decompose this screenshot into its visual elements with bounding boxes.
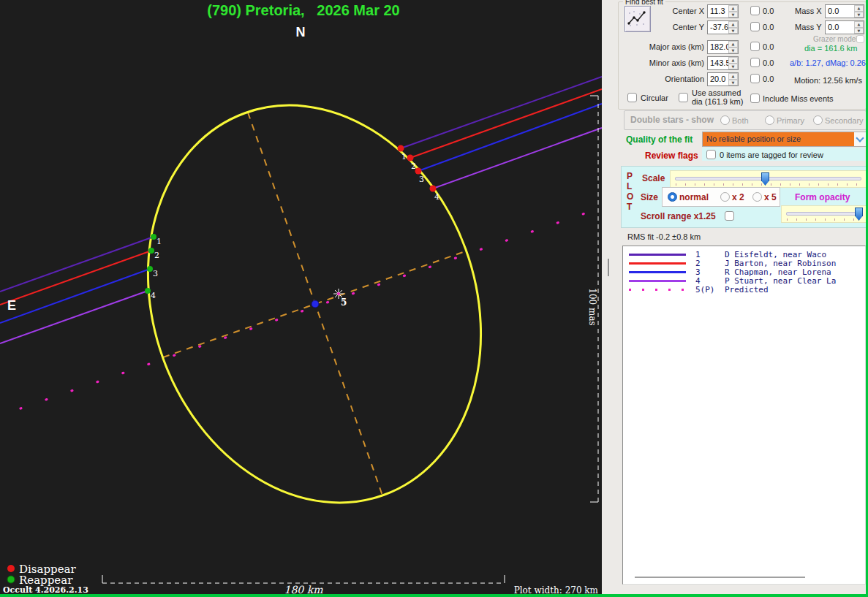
chord-2-right bbox=[410, 89, 602, 158]
plot-letter-p: P bbox=[627, 171, 633, 181]
center-x-input[interactable]: 11.3 ▲▼ bbox=[707, 4, 739, 18]
mass-x-input[interactable]: 0.0 ▲▼ bbox=[825, 4, 864, 18]
double-stars-secondary-radio[interactable] bbox=[813, 115, 823, 125]
minor-axis-lock-checkbox[interactable] bbox=[750, 58, 760, 67]
reappear-dot-4 bbox=[145, 288, 151, 294]
grazer-model-label: Grazer model bbox=[813, 35, 858, 43]
plot-letter-t: T bbox=[627, 202, 632, 212]
mass-x-label: Mass X bbox=[795, 7, 822, 15]
center-y-input[interactable]: -37.6 ▲▼ bbox=[707, 20, 739, 34]
review-flags-label: Review flags bbox=[645, 151, 698, 161]
station-list[interactable]: 1D Eisfeldt, near Waco2J Barton, near Ro… bbox=[622, 246, 866, 585]
station-line-swatch bbox=[629, 262, 686, 265]
circular-label: Circular bbox=[641, 94, 668, 102]
mass-y-spinner[interactable]: ▲▼ bbox=[854, 21, 864, 34]
review-flags-checkbox[interactable] bbox=[706, 150, 716, 159]
dropdown-arrow-icon[interactable] bbox=[854, 132, 866, 146]
ellipse-center-dot bbox=[312, 300, 319, 308]
center-x-spinner[interactable]: ▲▼ bbox=[728, 5, 738, 18]
mas-bar-label: 100 mas bbox=[587, 288, 597, 325]
station-row[interactable]: 5(P)Predicted bbox=[623, 285, 865, 294]
quality-of-fit-dropdown[interactable]: No reliable position or size bbox=[702, 132, 867, 147]
station-line-swatch bbox=[629, 254, 686, 256]
motion-readout: Motion: 12.56 km/s bbox=[794, 76, 862, 85]
mass-x-value: 0.0 bbox=[826, 5, 854, 18]
rms-fit-readout: RMS fit -0.2 ±0.8 km bbox=[627, 232, 701, 241]
size-x2-label: x 2 bbox=[732, 192, 744, 202]
orientation-uncertainty: 0.0 bbox=[763, 75, 774, 83]
mass-y-value: 0.0 bbox=[826, 21, 854, 34]
center-x-label: Center X bbox=[629, 7, 704, 15]
compass-north-label: N bbox=[296, 25, 306, 39]
orientation-value: 20.0 bbox=[708, 73, 728, 85]
double-stars-both-radio[interactable] bbox=[720, 115, 730, 125]
minor-axis-spinner[interactable]: ▲▼ bbox=[728, 57, 738, 69]
center-x-lock-checkbox[interactable] bbox=[750, 6, 760, 15]
window-edge-bottom bbox=[0, 594, 868, 597]
occult-window: 1 2 3 4 1 2 3 4 5 (790) Pretoria, 2026 M… bbox=[0, 0, 868, 597]
double-stars-both-label: Both bbox=[732, 116, 749, 125]
orientation-lock-checkbox[interactable] bbox=[750, 74, 760, 83]
major-axis-spinner[interactable]: ▲▼ bbox=[728, 41, 738, 53]
chord-1-right bbox=[401, 77, 602, 148]
predicted-star-label: 5 bbox=[341, 297, 347, 308]
panel-splitter-handle[interactable] bbox=[608, 259, 609, 276]
include-miss-label: Include Miss events bbox=[763, 94, 834, 103]
grazer-model-checkbox[interactable] bbox=[856, 35, 864, 43]
station-row[interactable]: 4P Stuart, near Clear La bbox=[623, 276, 865, 285]
size-normal-radio[interactable] bbox=[668, 192, 677, 202]
use-assumed-dia-checkbox[interactable] bbox=[679, 93, 688, 102]
size-x5-radio[interactable] bbox=[752, 192, 762, 202]
station-row[interactable]: 3R Chapman, near Lorena bbox=[623, 267, 865, 276]
mass-y-input[interactable]: 0.0 ▲▼ bbox=[825, 20, 864, 34]
size-x2-radio[interactable] bbox=[720, 192, 730, 202]
form-opacity-label: Form opacity bbox=[795, 192, 850, 202]
axis-ratio-readout: a/b: 1.27, dMag: 0.26 bbox=[790, 58, 866, 67]
scroll-range-checkbox[interactable] bbox=[725, 211, 734, 221]
minor-axis-uncertainty: 0.0 bbox=[763, 58, 774, 67]
chord-label-1-left: 1 bbox=[156, 237, 162, 246]
circular-checkbox[interactable] bbox=[627, 93, 637, 102]
mass-x-spinner[interactable]: ▲▼ bbox=[854, 5, 864, 18]
major-axis-lock-checkbox[interactable] bbox=[750, 42, 760, 51]
major-axis-uncertainty: 0.0 bbox=[763, 42, 774, 51]
find-best-fit-label: Find best fit bbox=[623, 0, 665, 6]
chord-label-3-left: 3 bbox=[153, 269, 158, 278]
orientation-label: Orientation bbox=[629, 75, 704, 83]
major-axis-input[interactable]: 182.0 ▲▼ bbox=[707, 40, 739, 54]
center-x-uncertainty: 0.0 bbox=[763, 7, 774, 15]
chord-label-2-right: 2 bbox=[411, 161, 416, 171]
chord-label-2-left: 2 bbox=[154, 251, 159, 260]
station-row[interactable]: 1D Eisfeldt, near Waco bbox=[623, 250, 865, 259]
form-opacity-slider[interactable] bbox=[781, 205, 867, 223]
form-opacity-groove bbox=[786, 212, 861, 216]
reappear-dot-3 bbox=[147, 266, 153, 272]
double-stars-primary-label: Primary bbox=[777, 116, 804, 125]
legend-disappear-dot bbox=[7, 565, 15, 572]
use-assumed-label-line2: dia (161.9 km) bbox=[692, 97, 743, 106]
chord-label-3-right: 3 bbox=[419, 175, 424, 184]
center-y-label: Center Y bbox=[629, 23, 704, 31]
double-stars-primary-radio[interactable] bbox=[765, 115, 774, 125]
minor-axis-value: 143.5 bbox=[708, 57, 728, 69]
compass-east-label: E bbox=[7, 298, 16, 313]
include-miss-checkbox[interactable] bbox=[750, 94, 760, 103]
station-row[interactable]: 2J Barton, near Robinson bbox=[623, 259, 865, 267]
center-y-uncertainty: 0.0 bbox=[763, 23, 774, 31]
center-y-spinner[interactable]: ▲▼ bbox=[728, 21, 738, 34]
plot-letter-o: O bbox=[627, 191, 633, 202]
legend-reappear-dot bbox=[7, 576, 15, 583]
scale-slider[interactable] bbox=[670, 170, 867, 188]
orientation-input[interactable]: 20.0 ▲▼ bbox=[707, 72, 739, 86]
center-y-lock-checkbox[interactable] bbox=[750, 22, 760, 31]
orientation-spinner[interactable]: ▲▼ bbox=[728, 73, 738, 85]
occultation-plot-canvas[interactable]: 1 2 3 4 1 2 3 4 5 (790) Pretoria, 2026 M… bbox=[0, 0, 602, 597]
size-group-label: Size bbox=[641, 192, 658, 202]
minor-axis-input[interactable]: 143.5 ▲▼ bbox=[707, 56, 739, 70]
reappear-dot-1 bbox=[151, 234, 156, 240]
major-axis-label: Major axis (km) bbox=[629, 42, 704, 51]
size-normal-label: normal bbox=[679, 192, 709, 202]
form-opacity-ticks bbox=[787, 218, 861, 221]
station-line-swatch bbox=[629, 289, 686, 291]
plot-title: (790) Pretoria, 2026 Mar 20 bbox=[207, 2, 399, 18]
